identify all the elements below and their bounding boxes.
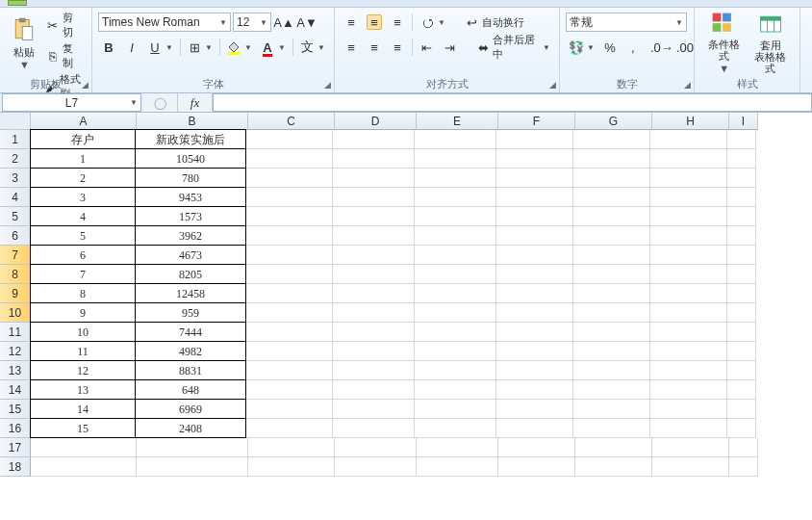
cells-area[interactable]: 存户新政策实施后11054027803945341573539626467378… <box>31 130 758 477</box>
cell[interactable] <box>573 303 650 323</box>
cell[interactable] <box>727 130 756 149</box>
cell[interactable] <box>496 226 573 246</box>
cell[interactable] <box>496 246 573 265</box>
cell[interactable] <box>333 303 415 323</box>
phonetic-button[interactable]: 文▼ <box>296 39 328 56</box>
cell[interactable] <box>496 323 573 342</box>
cell[interactable]: 13 <box>30 379 136 400</box>
cell[interactable]: 4982 <box>135 341 246 361</box>
increase-decimal-button[interactable]: .0→ <box>651 39 672 56</box>
underline-button[interactable]: U▼ <box>144 39 176 56</box>
orientation-button[interactable]: ⭯▼ <box>417 13 448 31</box>
cell[interactable] <box>727 207 756 226</box>
cell[interactable] <box>727 246 756 265</box>
cell[interactable] <box>246 188 333 207</box>
cell[interactable]: 2 <box>30 168 136 188</box>
cell[interactable] <box>415 400 496 419</box>
cell[interactable]: 8205 <box>135 264 246 284</box>
cell[interactable] <box>575 457 652 477</box>
cell[interactable] <box>650 207 727 226</box>
cell[interactable] <box>333 380 415 400</box>
cell[interactable] <box>650 342 727 361</box>
cell[interactable] <box>496 265 573 284</box>
column-header[interactable]: G <box>575 113 652 130</box>
cell[interactable] <box>246 284 333 303</box>
paste-button[interactable]: 粘贴 ▼ <box>6 10 42 75</box>
cell[interactable]: 5 <box>30 225 136 246</box>
cell[interactable] <box>729 438 758 457</box>
cell[interactable] <box>650 303 727 323</box>
cell[interactable]: 11 <box>30 341 136 361</box>
cell[interactable]: 959 <box>135 302 246 323</box>
cell[interactable] <box>652 438 729 457</box>
cell[interactable] <box>246 419 333 438</box>
dialog-launcher-icon[interactable]: ◢ <box>682 80 692 90</box>
row-header[interactable]: 11 <box>0 323 31 342</box>
row-header[interactable]: 2 <box>0 149 31 169</box>
cell[interactable] <box>415 323 496 342</box>
decrease-decimal-button[interactable]: .00 <box>674 39 696 56</box>
cell[interactable] <box>496 207 573 226</box>
cell[interactable] <box>248 457 335 477</box>
fill-color-button[interactable]: ▼ <box>223 39 255 56</box>
column-header[interactable]: E <box>417 113 498 130</box>
cancel-button[interactable]: ◯ <box>143 93 178 112</box>
row-header[interactable]: 3 <box>0 169 31 188</box>
cell[interactable] <box>246 265 333 284</box>
cell[interactable]: 12 <box>30 360 136 380</box>
cell[interactable] <box>496 303 573 323</box>
cell[interactable]: 4673 <box>135 245 246 265</box>
cell[interactable] <box>335 457 417 477</box>
cell[interactable] <box>650 246 727 265</box>
row-header[interactable]: 4 <box>0 188 31 207</box>
cell[interactable] <box>573 400 650 419</box>
cell[interactable]: 9453 <box>135 187 246 207</box>
cell[interactable] <box>496 188 573 207</box>
cell[interactable] <box>333 246 415 265</box>
cell[interactable]: 8831 <box>135 360 246 380</box>
cell[interactable] <box>333 188 415 207</box>
font-name-select[interactable]: Times New Roman▼ <box>98 13 231 32</box>
cell[interactable] <box>650 130 727 149</box>
cell[interactable] <box>415 207 496 226</box>
dialog-launcher-icon[interactable]: ◢ <box>80 80 89 90</box>
cell[interactable] <box>727 169 756 188</box>
cell[interactable] <box>333 265 415 284</box>
cell[interactable]: 10 <box>30 322 136 342</box>
cell[interactable] <box>246 380 333 400</box>
cell[interactable] <box>573 149 650 169</box>
conditional-format-button[interactable]: 条件格式 ▼ <box>700 10 748 75</box>
row-header[interactable]: 13 <box>0 361 31 380</box>
cell[interactable] <box>650 226 727 246</box>
cell[interactable] <box>333 169 415 188</box>
cell[interactable] <box>246 149 333 169</box>
cell[interactable]: 6 <box>30 245 136 265</box>
row-header[interactable]: 6 <box>0 226 31 246</box>
row-header[interactable]: 17 <box>0 438 31 457</box>
column-header[interactable]: H <box>652 113 729 130</box>
cell[interactable] <box>31 457 137 477</box>
cell[interactable]: 3 <box>30 187 136 207</box>
cell[interactable] <box>333 361 415 380</box>
formula-input[interactable] <box>213 93 812 112</box>
column-header[interactable]: B <box>137 113 248 130</box>
cell[interactable] <box>246 303 333 323</box>
cell[interactable] <box>727 361 756 380</box>
cell[interactable] <box>246 361 333 380</box>
fx-button[interactable]: fx <box>178 93 213 112</box>
currency-button[interactable]: 💱▼ <box>566 39 597 56</box>
cell[interactable] <box>573 188 650 207</box>
align-left-button[interactable]: ≡ <box>341 39 362 56</box>
row-header[interactable]: 15 <box>0 400 31 419</box>
table-format-button[interactable]: 套用 表格格式 <box>748 10 795 75</box>
cell[interactable] <box>573 323 650 342</box>
cell[interactable] <box>650 361 727 380</box>
cell[interactable] <box>727 149 756 169</box>
cell[interactable] <box>573 169 650 188</box>
cell[interactable] <box>496 342 573 361</box>
cell[interactable] <box>652 457 729 477</box>
cell[interactable] <box>415 265 496 284</box>
cell[interactable] <box>650 149 727 169</box>
font-color-button[interactable]: A▼ <box>257 39 289 56</box>
wrap-text-button[interactable]: ↩自动换行 <box>462 13 527 31</box>
